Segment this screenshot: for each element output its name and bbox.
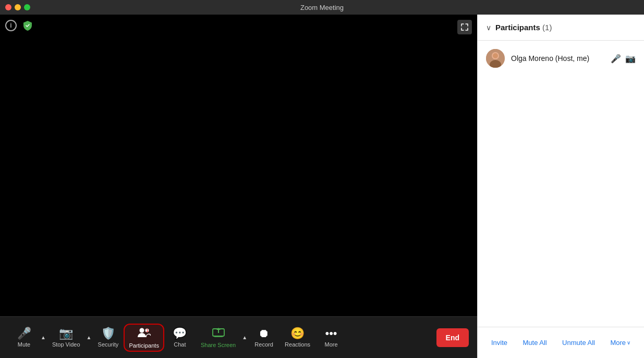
mute-arrow-button[interactable]: ▲: [40, 335, 47, 340]
more-button[interactable]: ••• More: [315, 325, 347, 351]
reactions-icon: 😊: [290, 328, 305, 339]
share-screen-arrow-button[interactable]: ▲: [241, 335, 248, 340]
participant-controls: 🎤 📷: [611, 54, 636, 64]
shield-svg: [22, 20, 33, 31]
participant-item: Olga Moreno (Host, me) 🎤 📷: [478, 45, 644, 72]
maximize-button[interactable]: [24, 4, 30, 10]
video-overlay-top: i: [5, 20, 33, 31]
video-icon: 📷: [59, 328, 73, 339]
panel-more-button[interactable]: More ∨: [605, 336, 636, 350]
video-arrow-button[interactable]: ▲: [86, 335, 93, 340]
panel-footer: Invite Mute All Unmute All More ∨: [478, 327, 644, 358]
shield-icon: [22, 20, 33, 31]
panel-more-chevron-icon: ∨: [627, 340, 630, 345]
mute-all-button[interactable]: Mute All: [517, 336, 552, 350]
avatar-image: [486, 49, 505, 68]
participant-mic-icon: 🎤: [611, 54, 621, 64]
security-icon: 🛡️: [101, 328, 115, 339]
more-icon: •••: [325, 328, 337, 339]
main-area: i 🎤 Mu: [0, 15, 644, 358]
fullscreen-button[interactable]: [457, 20, 472, 34]
svg-point-9: [493, 53, 498, 58]
share-screen-button[interactable]: Share Screen: [196, 324, 241, 351]
panel-chevron-icon[interactable]: ∨: [486, 23, 491, 32]
panel-title: Participants (1): [495, 23, 552, 32]
mute-button[interactable]: 🎤 Mute: [8, 325, 40, 351]
chat-icon: 💬: [173, 328, 187, 339]
panel-header: ∨ Participants (1): [478, 15, 644, 41]
invite-button[interactable]: Invite: [486, 336, 513, 350]
chat-button[interactable]: 💬 Chat: [164, 325, 196, 351]
record-button[interactable]: ⏺ Record: [248, 325, 280, 351]
share-screen-icon: [212, 327, 225, 340]
video-area: i 🎤 Mu: [0, 15, 477, 358]
svg-text:1: 1: [146, 328, 149, 333]
participants-button[interactable]: 1 Participants: [124, 324, 164, 352]
mute-icon: 🎤: [17, 328, 31, 339]
participants-icon: 1: [137, 327, 151, 340]
participant-list: Olga Moreno (Host, me) 🎤 📷: [478, 41, 644, 327]
svg-point-0: [140, 328, 144, 332]
info-icon[interactable]: i: [5, 20, 17, 31]
fullscreen-icon: [461, 23, 468, 31]
video-canvas: i: [0, 15, 477, 316]
minimize-button[interactable]: [15, 4, 21, 10]
participants-panel: ∨ Participants (1): [477, 15, 644, 358]
unmute-all-button[interactable]: Unmute All: [557, 336, 600, 350]
window-title: Zoom Meeting: [300, 4, 344, 11]
participant-video-icon: 📷: [625, 54, 636, 64]
participant-avatar: [486, 49, 505, 68]
stop-video-button[interactable]: 📷 Stop Video: [47, 325, 86, 351]
participants-svg: 1: [137, 327, 151, 338]
close-button[interactable]: [5, 4, 11, 10]
security-button[interactable]: 🛡️ Security: [92, 325, 124, 351]
toolbar: 🎤 Mute ▲ 📷 Stop Video ▲ 🛡️ Security: [0, 316, 477, 358]
share-icon-svg: [212, 327, 225, 338]
record-icon: ⏺: [258, 328, 270, 339]
avatar-svg: [486, 49, 505, 68]
end-button[interactable]: End: [436, 328, 469, 347]
traffic-lights[interactable]: [5, 4, 30, 10]
reactions-button[interactable]: 😊 Reactions: [280, 325, 315, 351]
title-bar: Zoom Meeting: [0, 0, 644, 15]
participant-name: Olga Moreno (Host, me): [511, 54, 604, 63]
